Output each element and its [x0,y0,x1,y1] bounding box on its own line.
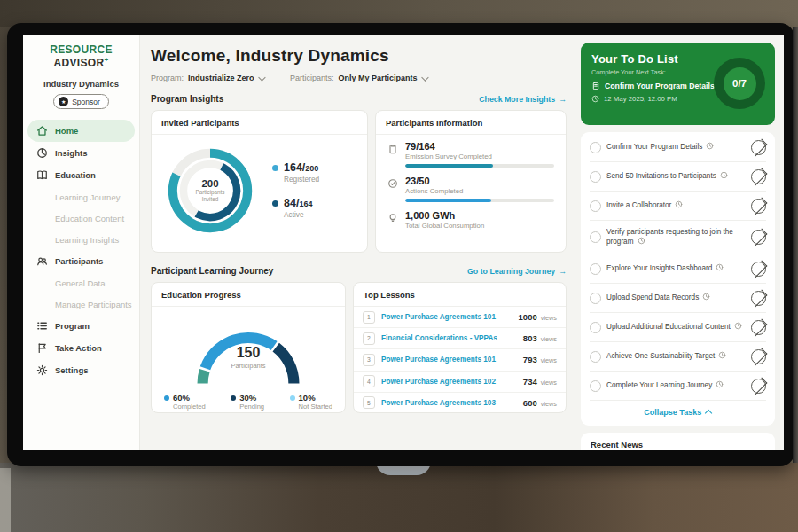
collapse-tasks-link[interactable]: Collapse Tasks [590,401,766,425]
legend-dot-icon [164,395,169,401]
arrow-right-icon: → [559,95,567,104]
monitor-side-edge [793,27,798,463]
task-checkbox[interactable] [590,171,601,183]
actions-icon [387,178,398,189]
task-item-invite-a-collaborator[interactable]: Invite a Collaborator [590,192,766,221]
clock-icon [720,171,728,179]
task-checkbox[interactable] [590,293,601,304]
task-item-upload-additional-educational-content[interactable]: Upload Additional Educational Content [590,313,766,342]
section-title-learning-journey: Participant Learning Journey [151,266,273,276]
chevron-right-icon [749,260,767,278]
todo-progress-ring: 0/7 [714,58,765,109]
task-item-upload-spend-data-records[interactable]: Upload Spend Data Records [590,284,766,313]
task-checkbox[interactable] [590,263,601,275]
survey-icon [387,144,398,154]
clock-icon [591,95,599,103]
task-open-button[interactable] [751,169,766,184]
check-more-insights-link[interactable]: Check More Insights → [479,95,567,104]
task-open-button[interactable] [751,199,766,214]
chevron-down-icon [258,74,265,81]
sidebar-item-general-data[interactable]: General Data [23,272,139,293]
sidebar-item-education[interactable]: Education [23,164,139,186]
legend-dot-icon [290,395,295,401]
todo-panel: Your To Do List Complete Your Next Task:… [574,35,784,450]
sidebar-item-learning-insights[interactable]: Learning Insights [23,229,139,250]
task-open-button[interactable] [751,349,766,364]
sponsor-badge[interactable]: ★ Sponsor [53,94,109,109]
chevron-right-icon [749,138,767,156]
task-item-complete-your-learning-journey[interactable]: Complete Your Learning Journey [590,372,766,401]
background-desk-edge [0,468,11,532]
sidebar-item-label: Home [55,126,78,136]
sidebar-item-participants[interactable]: Participants [23,250,139,272]
task-checkbox[interactable] [590,351,601,363]
lesson-title-link[interactable]: Power Purchase Agreements 102 [381,378,523,386]
lesson-rank-badge: 2 [363,332,375,345]
participants-filter[interactable]: Participants: Only My Participants [290,74,426,82]
task-open-button[interactable] [751,230,766,245]
sidebar-item-label: Education Content [55,214,124,223]
sidebar-item-manage-participants[interactable]: Manage Participants [23,293,139,315]
chevron-right-icon [749,318,767,336]
sidebar-item-home[interactable]: Home [27,120,135,142]
clock-icon [718,351,726,359]
task-open-button[interactable] [751,320,766,335]
task-checkbox[interactable] [590,200,601,212]
lesson-title-link[interactable]: Power Purchase Agreements 101 [381,313,519,321]
sponsor-badge-label: Sponsor [72,98,100,106]
task-item-achieve-one-sustainability-target[interactable]: Achieve One Sustainability Target [590,342,766,372]
consumption-icon [387,213,398,223]
lesson-row: 3 Power Purchase Agreements 101 793 view… [354,349,566,371]
task-checkbox[interactable] [590,231,601,243]
legend-dot-icon [272,165,278,171]
education-progress-card: Education Progress 150 Participants 60% [151,282,346,413]
education-icon [36,169,48,181]
education-gauge-chart: 150 Participants [182,313,315,389]
todo-tasks-card: Confirm Your Program Details Send 50 Inv… [581,132,775,426]
sidebar-item-settings[interactable]: Settings [23,359,139,381]
sidebar-item-education-content[interactable]: Education Content [23,207,139,229]
lesson-title-link[interactable]: Power Purchase Agreements 101 [381,356,523,364]
sidebar-item-insights[interactable]: Insights [23,142,139,164]
main-content: Welcome, Industry Dynamics Program: Indu… [140,35,574,450]
gauge-legend-item: 30% Pending [231,393,264,411]
task-item-verify-participants-requesting-to-join-the-program[interactable]: Verify participants requesting to join t… [590,221,766,254]
lesson-rank-badge: 4 [363,375,375,387]
sidebar-item-program[interactable]: Program [23,315,139,337]
chevron-down-icon [421,74,428,81]
sidebar-item-take-action[interactable]: Take Action [23,337,139,359]
recent-news-card: Recent News [581,433,775,450]
home-icon [36,125,48,137]
clock-icon [638,237,645,245]
task-checkbox[interactable] [590,380,601,392]
participants-icon [36,255,48,267]
sponsor-badge-icon: ★ [59,97,68,106]
task-item-explore-your-insights-dashboard[interactable]: Explore Your Insights Dashboard [590,254,766,284]
task-item-confirm-your-program-details[interactable]: Confirm Your Program Details [590,133,766,162]
progress-bar [405,199,554,202]
donut-legend-item: 84/164 Active [272,198,319,219]
task-checkbox[interactable] [590,142,601,153]
sidebar-menu: Home Insights Education Learning Journey [23,120,139,381]
sidebar-item-label: Program [55,321,90,331]
sidebar-item-learning-journey[interactable]: Learning Journey [23,186,139,207]
page-title: Welcome, Industry Dynamics [151,46,567,66]
task-open-button[interactable] [751,291,766,306]
lesson-row: 1 Power Purchase Agreements 101 1000 vie… [354,307,566,328]
task-open-button[interactable] [751,379,766,394]
program-filter[interactable]: Program: Industrialize Zero [151,74,263,82]
invited-participants-card: Invited Participants 200 Participants In… [151,110,368,253]
chevron-right-icon [749,197,767,215]
lesson-title-link[interactable]: Financial Considerations - VPPAs [381,334,523,342]
task-open-button[interactable] [751,262,766,277]
task-item-send-50-invitations-to-participants[interactable]: Send 50 Invitations to Participants [590,162,766,192]
dashboard-screen: RESOURCE ADVISOR+ Industry Dynamics ★ Sp… [23,35,784,450]
participants-information-card: Participants Information 79/164 Emission… [375,110,567,253]
task-checkbox[interactable] [590,322,601,333]
lesson-title-link[interactable]: Power Purchase Agreements 103 [381,399,523,407]
go-to-learning-journey-link[interactable]: Go to Learning Journey → [467,267,567,276]
sidebar-item-label: General Data [55,278,106,288]
insights-icon [36,147,48,159]
legend-dot-icon [272,200,278,207]
task-open-button[interactable] [751,140,766,155]
